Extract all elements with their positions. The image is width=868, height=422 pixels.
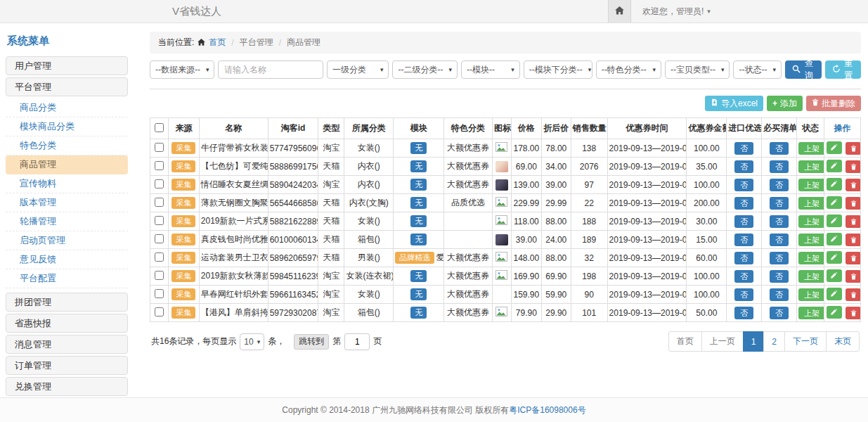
level2-category-select[interactable]: --二级分类--▾	[392, 60, 458, 79]
edit-button[interactable]	[827, 196, 842, 209]
import-select-toggle[interactable]: 否	[734, 234, 753, 246]
icp-link[interactable]: 粤ICP备16098006号	[509, 404, 585, 416]
sidebar-item-feedback[interactable]: 意见反馈	[6, 250, 128, 269]
must-buy-toggle[interactable]: 否	[770, 179, 789, 191]
home-button[interactable]	[608, 0, 631, 23]
sidebar-item-groupbuy-management[interactable]: 拼团管理	[6, 293, 128, 312]
sidebar-item-message-management[interactable]: 消息管理	[6, 335, 128, 354]
delete-button[interactable]	[846, 197, 860, 210]
row-checkbox[interactable]	[155, 143, 164, 152]
user-menu[interactable]: 欢迎您，管理员! ▾	[642, 6, 711, 18]
import-excel-button[interactable]: 导入excel	[705, 96, 763, 111]
status-select[interactable]: --状态--▾	[733, 60, 782, 79]
pager-page-1[interactable]: 1	[743, 331, 765, 352]
status-button[interactable]: 上架	[798, 307, 824, 319]
sidebar-item-platform-config[interactable]: 平台配置	[6, 269, 128, 288]
delete-button[interactable]	[846, 307, 860, 319]
status-button[interactable]: 上架	[798, 270, 824, 283]
sidebar-item-promo-materials[interactable]: 宣传物料	[6, 174, 128, 193]
delete-button[interactable]	[846, 179, 860, 191]
row-checkbox[interactable]	[155, 252, 164, 262]
import-select-toggle[interactable]: 否	[734, 270, 753, 283]
status-button[interactable]: 上架	[798, 288, 824, 301]
must-buy-toggle[interactable]: 否	[770, 288, 789, 301]
sidebar-item-version-management[interactable]: 版本管理	[6, 193, 128, 212]
import-select-toggle[interactable]: 否	[734, 252, 753, 264]
per-page-select[interactable]: 10 ▾	[240, 333, 264, 350]
row-checkbox[interactable]	[155, 198, 164, 207]
sidebar-item-user-management[interactable]: 用户管理	[6, 56, 128, 75]
feature-category-select[interactable]: --特色分类--▾	[596, 60, 661, 79]
row-checkbox[interactable]	[155, 179, 164, 188]
must-buy-toggle[interactable]: 否	[770, 270, 789, 283]
pager-prev[interactable]: 上一页	[701, 331, 744, 352]
module-select[interactable]: --模块--▾	[461, 60, 520, 79]
edit-button[interactable]	[827, 306, 842, 319]
import-select-toggle[interactable]: 否	[734, 179, 753, 191]
pager-first[interactable]: 首页	[668, 331, 702, 352]
edit-button[interactable]	[827, 215, 842, 227]
sidebar-item-exchange-management[interactable]: 兑换管理	[6, 377, 128, 396]
edit-button[interactable]	[827, 251, 842, 264]
sidebar-item-splash-management[interactable]: 启动页管理	[6, 231, 128, 250]
breadcrumb-home-link[interactable]: 首页	[209, 37, 226, 49]
row-checkbox[interactable]	[155, 234, 164, 243]
edit-button[interactable]	[827, 160, 842, 172]
pager-last[interactable]: 末页	[826, 331, 860, 352]
status-button[interactable]: 上架	[798, 252, 824, 264]
delete-button[interactable]	[846, 160, 860, 173]
status-button[interactable]: 上架	[798, 215, 824, 228]
status-button[interactable]: 上架	[798, 160, 824, 173]
sidebar-item-platform-management[interactable]: 平台管理	[6, 77, 128, 96]
sidebar-item-carousel-management[interactable]: 轮播管理	[6, 212, 128, 231]
edit-button[interactable]	[827, 233, 842, 245]
reset-button[interactable]: 重置	[825, 60, 862, 79]
must-buy-toggle[interactable]: 否	[770, 252, 789, 264]
edit-button[interactable]	[827, 178, 842, 191]
import-select-toggle[interactable]: 否	[734, 197, 753, 210]
delete-button[interactable]	[846, 270, 860, 283]
select-all-checkbox[interactable]	[155, 123, 164, 132]
delete-button[interactable]	[846, 288, 860, 301]
edit-button[interactable]	[827, 288, 842, 300]
must-buy-toggle[interactable]: 否	[770, 215, 789, 228]
search-button[interactable]: 查询	[785, 60, 822, 79]
import-select-toggle[interactable]: 否	[734, 142, 753, 155]
delete-button[interactable]	[846, 252, 860, 264]
must-buy-toggle[interactable]: 否	[770, 142, 789, 155]
module-subcategory-select[interactable]: --模块下分类--▾	[524, 60, 592, 79]
sidebar-item-module-product-category[interactable]: 模块商品分类	[6, 117, 128, 136]
status-button[interactable]: 上架	[798, 179, 824, 191]
row-checkbox[interactable]	[155, 216, 164, 225]
sidebar-item-saving-express[interactable]: 省惠快报	[6, 314, 128, 333]
edit-button[interactable]	[827, 141, 842, 154]
row-checkbox[interactable]	[155, 161, 164, 170]
row-checkbox[interactable]	[155, 307, 164, 316]
data-source-select[interactable]: --数据来源--▾	[150, 60, 214, 79]
add-button[interactable]: + 添加	[767, 96, 803, 111]
sidebar-item-order-management[interactable]: 订单管理	[6, 356, 128, 375]
import-select-toggle[interactable]: 否	[734, 215, 753, 228]
item-type-select[interactable]: --宝贝类型--▾	[665, 60, 730, 79]
import-select-toggle[interactable]: 否	[734, 160, 753, 173]
must-buy-toggle[interactable]: 否	[770, 307, 789, 319]
delete-button[interactable]	[846, 142, 860, 155]
delete-button[interactable]	[846, 234, 860, 246]
must-buy-toggle[interactable]: 否	[770, 197, 789, 210]
level1-category-select[interactable]: 一级分类▾	[327, 60, 389, 79]
import-select-toggle[interactable]: 否	[734, 288, 753, 301]
pager-next[interactable]: 下一页	[784, 331, 827, 352]
sidebar-item-product-management[interactable]: 商品管理	[6, 155, 128, 174]
delete-button[interactable]	[846, 215, 860, 228]
batch-delete-button[interactable]: 批量删除	[806, 96, 861, 111]
status-button[interactable]: 上架	[798, 142, 824, 155]
jump-button[interactable]: 跳转到	[294, 334, 329, 350]
row-checkbox[interactable]	[155, 289, 164, 298]
import-select-toggle[interactable]: 否	[734, 307, 753, 319]
name-search-input[interactable]	[218, 60, 323, 79]
sidebar-item-product-category[interactable]: 商品分类	[6, 98, 128, 117]
status-button[interactable]: 上架	[798, 197, 824, 210]
sidebar-item-feature-category[interactable]: 特色分类	[6, 136, 128, 155]
status-button[interactable]: 上架	[798, 234, 824, 246]
page-number-input[interactable]	[344, 333, 370, 350]
